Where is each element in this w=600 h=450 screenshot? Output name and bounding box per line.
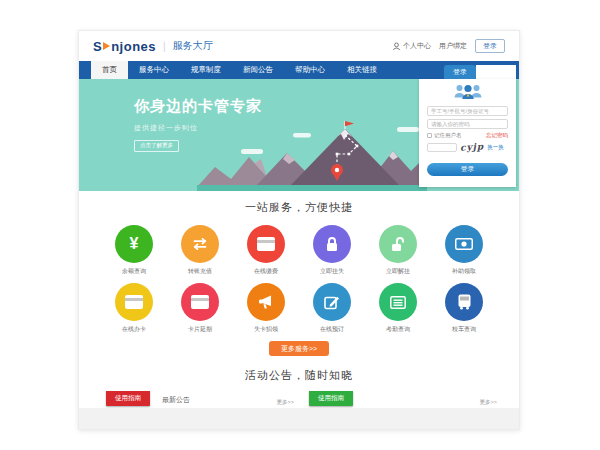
services-section: 一站服务，方便快捷 余额查询 转账充值 bbox=[79, 191, 519, 356]
personal-center-label: 个人中心 bbox=[403, 41, 431, 51]
card-icon[interactable] bbox=[181, 283, 219, 321]
announcements-right-panel: 使用指南 更多>> bbox=[304, 393, 497, 409]
lock-icon[interactable] bbox=[313, 225, 351, 263]
service-item-school-bus[interactable]: 校车查询 bbox=[435, 283, 493, 334]
service-item-transfer[interactable]: 转账充值 bbox=[171, 225, 229, 276]
remember-label: 记住用户名 bbox=[434, 132, 462, 139]
login-form: 记住用户名 忘记密码 cyjp 换一换 登录 bbox=[419, 79, 516, 187]
login-tab[interactable]: 登录 bbox=[444, 65, 476, 79]
login-panel-top bbox=[476, 65, 516, 79]
forgot-password-link[interactable]: 忘记密码 bbox=[486, 132, 508, 139]
footer-strip bbox=[79, 408, 519, 429]
nav-item-news[interactable]: 新闻公告 bbox=[232, 61, 284, 79]
usage-guide-ribbon-red[interactable]: 使用指南 bbox=[106, 391, 150, 406]
service-item-new-card[interactable]: 在线办卡 bbox=[105, 283, 163, 334]
nav-item-home[interactable]: 首页 bbox=[91, 61, 128, 79]
card-icon[interactable] bbox=[115, 283, 153, 321]
service-item-cancel-loss[interactable]: 立即解挂 bbox=[369, 225, 427, 276]
username-input[interactable] bbox=[427, 106, 508, 116]
header-divider: | bbox=[163, 41, 166, 52]
announcements-heading: 活动公告，随时知晓 bbox=[79, 368, 519, 383]
service-label: 立即解挂 bbox=[369, 267, 427, 276]
hero-copy: 你身边的卡管专家 提供捷径一步到位 点击了解更多 bbox=[134, 97, 262, 152]
left-more-link[interactable]: 更多>> bbox=[277, 399, 294, 406]
service-item-attendance[interactable]: 考勤查询 bbox=[369, 283, 427, 334]
service-label: 在线预订 bbox=[303, 325, 361, 334]
service-label: 卡片延期 bbox=[171, 325, 229, 334]
list-icon[interactable] bbox=[379, 283, 417, 321]
banknote-icon[interactable] bbox=[445, 225, 483, 263]
logo-arrow-icon bbox=[103, 42, 110, 50]
hero-cta-button[interactable]: 点击了解更多 bbox=[134, 140, 179, 152]
more-services-button[interactable]: 更多服务>> bbox=[269, 341, 329, 356]
captcha-input[interactable] bbox=[427, 143, 457, 152]
service-item-report-loss[interactable]: 立即挂失 bbox=[303, 225, 361, 276]
service-label: 考勤查询 bbox=[369, 325, 427, 334]
services-heading: 一站服务，方便快捷 bbox=[79, 200, 519, 215]
nav-item-service-center[interactable]: 服务中心 bbox=[128, 61, 180, 79]
service-item-pay[interactable]: 在线缴费 bbox=[237, 225, 295, 276]
captcha-image[interactable]: cyjp bbox=[460, 141, 485, 152]
remember-checkbox[interactable] bbox=[427, 133, 432, 138]
service-label: 校车查询 bbox=[435, 325, 493, 334]
services-grid: 余额查询 转账充值 在线缴费 bbox=[79, 215, 519, 334]
password-input[interactable] bbox=[427, 119, 508, 129]
right-more-link[interactable]: 更多>> bbox=[480, 399, 497, 406]
transfer-icon[interactable] bbox=[181, 225, 219, 263]
service-item-subsidy[interactable]: 补助领取 bbox=[435, 225, 493, 276]
logo-text-suffix: njones bbox=[111, 39, 156, 54]
user-bind-label: 用户绑定 bbox=[439, 41, 467, 51]
service-item-booking[interactable]: 在线预订 bbox=[303, 283, 361, 334]
personal-center-link[interactable]: 个人中心 bbox=[392, 41, 431, 51]
hero-subtitle: 提供捷径一步到位 bbox=[134, 123, 262, 133]
announcements-section: 活动公告，随时知晓 使用指南 最新公告 更多>> 使用指南 更多>> bbox=[79, 356, 519, 409]
portal-title: 服务大厅 bbox=[173, 39, 213, 53]
header-right: 个人中心 用户绑定 登录 bbox=[392, 39, 505, 53]
card-icon[interactable] bbox=[247, 225, 285, 263]
announcements-tabs-row: 使用指南 最新公告 更多>> 使用指南 更多>> bbox=[79, 393, 519, 409]
services-row-2: 在线办卡 卡片延期 失卡招领 bbox=[105, 283, 493, 334]
logo-text-prefix: S bbox=[93, 39, 102, 54]
megaphone-icon[interactable] bbox=[247, 283, 285, 321]
latest-announcements-tab[interactable]: 最新公告 bbox=[162, 395, 190, 406]
announcements-left-panel: 使用指南 最新公告 更多>> bbox=[101, 393, 294, 409]
captcha-refresh-link[interactable]: 换一换 bbox=[487, 144, 504, 151]
user-bind-link[interactable]: 用户绑定 bbox=[439, 41, 467, 51]
nav-item-links[interactable]: 相关链接 bbox=[336, 61, 388, 79]
service-label: 在线办卡 bbox=[105, 325, 163, 334]
login-options: 记住用户名 忘记密码 bbox=[427, 132, 508, 139]
edit-icon[interactable] bbox=[313, 283, 351, 321]
site-page: S njones | 服务大厅 个人中心 用户绑定 登录 首页 服务中心 规章制… bbox=[78, 30, 520, 430]
site-header: S njones | 服务大厅 个人中心 用户绑定 登录 bbox=[79, 31, 519, 61]
service-label: 失卡招领 bbox=[237, 325, 295, 334]
service-item-lost-found[interactable]: 失卡招领 bbox=[237, 283, 295, 334]
login-submit-button[interactable]: 登录 bbox=[427, 163, 508, 176]
service-label: 补助领取 bbox=[435, 267, 493, 276]
flag-icon bbox=[345, 121, 354, 126]
header-login-button[interactable]: 登录 bbox=[475, 39, 505, 53]
usage-guide-ribbon-green[interactable]: 使用指南 bbox=[309, 391, 353, 406]
person-icon bbox=[392, 42, 401, 51]
hero-title: 你身边的卡管专家 bbox=[134, 97, 262, 116]
login-panel: 登录 记住用户名 忘记密码 cyjp bbox=[419, 65, 516, 187]
yuan-icon[interactable] bbox=[115, 225, 153, 263]
users-group-icon bbox=[453, 83, 483, 100]
service-label: 在线缴费 bbox=[237, 267, 295, 276]
services-row-1: 余额查询 转账充值 在线缴费 bbox=[105, 225, 493, 276]
logo[interactable]: S njones bbox=[93, 39, 156, 54]
service-label: 余额查询 bbox=[105, 267, 163, 276]
bus-icon[interactable] bbox=[445, 283, 483, 321]
service-label: 转账充值 bbox=[171, 267, 229, 276]
service-item-balance[interactable]: 余额查询 bbox=[105, 225, 163, 276]
unlock-icon[interactable] bbox=[379, 225, 417, 263]
nav-item-help[interactable]: 帮助中心 bbox=[284, 61, 336, 79]
service-item-card-extend[interactable]: 卡片延期 bbox=[171, 283, 229, 334]
service-label: 立即挂失 bbox=[303, 267, 361, 276]
captcha-row: cyjp 换一换 bbox=[427, 142, 508, 152]
nav-item-rules[interactable]: 规章制度 bbox=[180, 61, 232, 79]
